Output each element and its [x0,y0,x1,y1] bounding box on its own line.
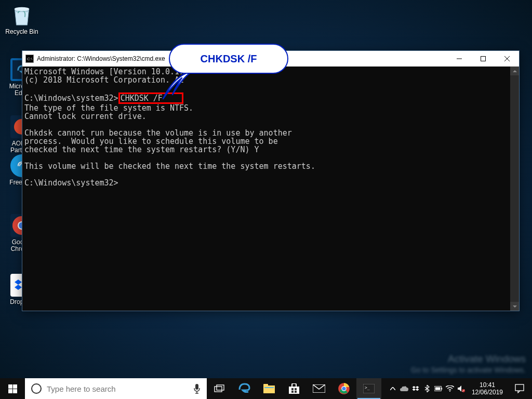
search-box[interactable]: Type here to search [25,378,207,399]
svg-rect-17 [263,384,268,387]
cmd-window[interactable]: C:\ Administrator: C:\Windows\System32\c… [22,50,520,311]
callout-tail [162,69,193,105]
cmd-prompt: C:\Windows\system32> [24,178,118,188]
callout-bubble: CHKDSK /F [169,44,288,74]
mic-icon[interactable] [193,383,201,394]
svg-rect-12 [13,389,17,393]
start-button[interactable] [0,378,25,399]
svg-rect-11 [8,389,12,393]
tray-wifi-icon[interactable] [446,384,454,393]
tray-chevron-icon[interactable] [389,384,397,393]
date-text: 12/06/2019 [472,389,503,396]
tray-volume-icon[interactable] [457,384,466,393]
tray-bluetooth-icon[interactable] [423,384,431,393]
recycle-bin-label: Recycle Bin [3,29,41,35]
cmd-line: This volume will be checked the next tim… [24,162,315,171]
svg-point-27 [342,387,345,390]
maximize-button[interactable] [471,51,495,66]
cmd-prompt: C:\Windows\system32> [24,94,118,103]
scrollbar[interactable] [510,66,519,311]
system-tray[interactable]: 10:41 12/06/2019 [387,378,532,399]
task-view-button[interactable] [207,378,232,399]
svg-rect-6 [481,57,486,61]
search-placeholder: Type here to search [47,384,188,393]
window-title: Administrator: C:\Windows\System32\cmd.e… [37,55,165,62]
time-text: 10:41 [472,381,503,389]
cmd-command: CHKDSK /F [121,94,163,103]
svg-rect-10 [13,384,17,389]
action-center-button[interactable] [509,384,530,393]
svg-rect-22 [291,391,294,393]
svg-rect-20 [291,388,294,390]
callout-text: CHKDSK /F [201,53,257,65]
svg-rect-31 [441,388,442,390]
svg-rect-16 [263,385,275,393]
svg-point-0 [15,7,30,11]
svg-rect-13 [195,384,198,390]
cmd-app-icon: C:\ [25,55,34,63]
svg-rect-14 [215,387,222,392]
terminal-output[interactable]: Microsoft Windows [Version 10.0.17 (c) 2… [22,66,519,311]
svg-rect-23 [295,391,297,393]
svg-rect-32 [435,387,441,390]
cmd-line: Cannot lock current drive. [24,112,147,121]
taskbar: Type here to search >_ 10:41 12/06/2019 [0,378,532,399]
svg-rect-18 [264,387,274,388]
svg-rect-36 [515,384,524,391]
tray-battery-icon[interactable] [434,384,443,393]
cmd-line: checked the next time the system restart… [24,145,259,154]
recycle-bin-icon[interactable]: Recycle Bin [3,3,41,35]
activation-watermark: Activate Windows Go to Settings to activ… [411,353,526,374]
taskbar-chrome[interactable] [331,378,356,399]
close-button[interactable] [495,51,519,66]
cortana-icon [31,383,42,394]
watermark-line1: Activate Windows [411,353,526,365]
taskbar-mail[interactable] [307,378,331,399]
taskbar-store[interactable] [282,378,307,399]
taskbar-edge[interactable] [232,378,257,399]
clock[interactable]: 10:41 12/06/2019 [469,381,506,396]
svg-rect-19 [289,387,299,394]
taskbar-explorer[interactable] [257,378,282,399]
svg-text:>_: >_ [365,385,370,390]
scroll-down-icon[interactable] [510,302,519,311]
svg-rect-21 [295,388,297,390]
tray-onedrive-icon[interactable] [400,384,408,393]
scroll-up-icon[interactable] [510,66,519,75]
svg-rect-15 [217,385,224,390]
minimize-button[interactable] [447,51,471,66]
watermark-line2: Go to Settings to activate Windows. [411,366,526,374]
cmd-line: (c) 2018 Microsoft Corporation. Al [24,75,184,85]
taskbar-cmd[interactable]: >_ [356,378,381,399]
tray-dropbox-icon[interactable] [411,384,420,393]
svg-rect-9 [8,384,12,389]
svg-point-33 [449,391,450,392]
